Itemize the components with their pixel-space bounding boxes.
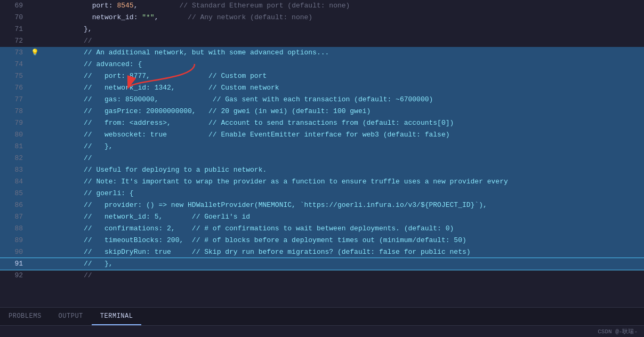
code-line-77: 77 // gas: 8500000, // Gas sent with eac… [0,94,644,106]
code-line-80: 80 // websocket: true // Enable EventEmi… [0,129,644,141]
code-content: network_id: "*", // Any network (default… [40,12,644,23]
line-number: 74 [0,59,29,70]
code-container: 69 port: 8545, // Standard Ethereum port… [0,0,644,307]
line-number: 77 [0,94,29,106]
line-number: 75 [0,70,29,82]
code-content: // from: <address>, // Account to send t… [40,117,644,129]
line-number: 73 [0,47,29,59]
code-line-88: 88 // confirmations: 2, // # of confirma… [0,223,644,235]
code-content: }, [40,23,644,35]
line-number: 71 [0,23,29,35]
code-line-78: 78 // gasPrice: 20000000000, // 20 gwei … [0,106,644,117]
line-number: 78 [0,106,29,117]
line-number: 81 [0,141,29,153]
code-content: // An additional network, but with some … [40,47,644,59]
code-content: // }, [40,258,644,270]
code-line-79: 79 // from: <address>, // Account to sen… [0,117,644,129]
code-content: // [40,270,644,282]
code-content: // goerli: { [40,188,644,199]
line-number: 84 [0,176,29,188]
line-number: 76 [0,82,29,94]
code-line-82: 82 // [0,153,644,164]
code-content: // timeoutBlocks: 200, // # of blocks be… [40,235,644,246]
line-number: 88 [0,223,29,235]
code-line-90: 90 // skipDryRun: true // Skip dry run b… [0,246,644,258]
code-content: // Note: It's important to wrap the prov… [40,176,644,188]
code-content: // gasPrice: 20000000000, // 20 gwei (in… [40,106,644,117]
line-number: 87 [0,211,29,223]
tab-output[interactable]: OUTPUT [50,308,92,325]
code-content: // }, [40,141,644,153]
bottom-bar: PROBLEMS OUTPUT TERMINAL [0,307,644,325]
line-number: 72 [0,35,29,47]
line-number: 79 [0,117,29,129]
line-number: 85 [0,188,29,199]
line-number: 69 [0,0,29,12]
code-content: // gas: 8500000, // Gas sent with each t… [40,94,644,106]
code-content: port: 8545, // Standard Ethereum port (d… [40,0,644,12]
line-number: 82 [0,153,29,164]
code-content: // network_id: 1342, // Custom network [40,82,644,94]
code-line-86: 86 // provider: () => new HDWalletProvid… [0,199,644,211]
gutter: 💡 [29,47,40,59]
code-line-69: 69 port: 8545, // Standard Ethereum port… [0,0,644,12]
tab-terminal[interactable]: TERMINAL [92,308,142,325]
code-line-83: 83 // Useful for deploying to a public n… [0,164,644,176]
code-content: // skipDryRun: true // Skip dry run befo… [40,246,644,258]
status-bar: CSDN @-耿瑞- [0,325,644,337]
code-line-76: 76 // network_id: 1342, // Custom networ… [0,82,644,94]
code-content: // port: 8777, // Custom port [40,70,644,82]
code-content: // Useful for deploying to a public netw… [40,164,644,176]
line-number: 92 [0,270,29,282]
editor-area: 69 port: 8545, // Standard Ethereum port… [0,0,644,307]
code-line-85: 85 // goerli: { [0,188,644,199]
code-content: // [40,153,644,164]
code-line-91: 91 // }, [0,258,644,270]
code-content: // provider: () => new HDWalletProvider(… [40,199,644,211]
bulb-icon[interactable]: 💡 [31,47,39,59]
code-content: // network_id: 5, // Goerli's id [40,211,644,223]
code-line-92: 92 // [0,270,644,282]
code-content: // websocket: true // Enable EventEmitte… [40,129,644,141]
code-line-89: 89 // timeoutBlocks: 200, // # of blocks… [0,235,644,246]
line-number: 86 [0,199,29,211]
code-line-74: 74 // advanced: { [0,59,644,70]
code-content: // [40,35,644,47]
line-number: 70 [0,12,29,23]
code-line-81: 81 // }, [0,141,644,153]
code-line-71: 71 }, [0,23,644,35]
line-number: 90 [0,246,29,258]
code-line-87: 87 // network_id: 5, // Goerli's id [0,211,644,223]
code-content: // advanced: { [40,59,644,70]
code-line-84: 84 // Note: It's important to wrap the p… [0,176,644,188]
code-line-75: 75 // port: 8777, // Custom port [0,70,644,82]
code-content: // confirmations: 2, // # of confirmatio… [40,223,644,235]
tab-problems[interactable]: PROBLEMS [0,308,50,325]
line-number: 89 [0,235,29,246]
line-number: 91 [0,258,29,270]
code-line-73: 73💡 // An additional network, but with s… [0,47,644,59]
line-number: 83 [0,164,29,176]
status-text: CSDN @-耿瑞- [598,327,638,335]
line-number: 80 [0,129,29,141]
code-line-72: 72 // [0,35,644,47]
code-line-70: 70 network_id: "*", // Any network (defa… [0,12,644,23]
